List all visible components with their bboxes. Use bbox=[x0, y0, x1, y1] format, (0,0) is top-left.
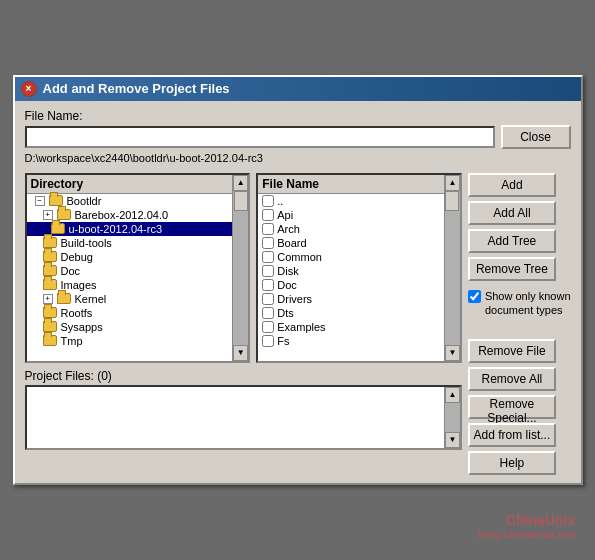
show-only-known-label: Show only knowndocument types bbox=[485, 289, 571, 318]
file-item-arch[interactable]: Arch bbox=[258, 222, 444, 236]
help-button[interactable]: Help bbox=[468, 451, 556, 475]
folder-icon-bootldr bbox=[49, 195, 63, 206]
show-only-known-checkbox[interactable] bbox=[468, 290, 481, 303]
tree-item-rootfs[interactable]: Rootfs bbox=[27, 306, 233, 320]
panels-row: Directory − Bootldr + bbox=[25, 173, 462, 363]
project-files-area[interactable]: ▲ ▼ bbox=[25, 385, 462, 450]
tree-item-kernel[interactable]: + Kernel bbox=[27, 292, 233, 306]
left-panels: Directory − Bootldr + bbox=[25, 173, 462, 456]
title-bar: × Add and Remove Project Files bbox=[15, 77, 581, 101]
remove-file-button[interactable]: Remove File bbox=[468, 339, 556, 363]
tree-item-tmp[interactable]: Tmp bbox=[27, 334, 233, 348]
folder-icon-debug bbox=[43, 251, 57, 262]
remove-all-button[interactable]: Remove All bbox=[468, 367, 556, 391]
directory-panel[interactable]: Directory − Bootldr + bbox=[25, 173, 251, 363]
project-files-header: Project Files: (0) bbox=[25, 369, 462, 383]
project-files-scrollbar[interactable]: ▲ ▼ bbox=[444, 387, 460, 448]
folder-icon-sysapps bbox=[43, 321, 57, 332]
main-window: × Add and Remove Project Files File Name… bbox=[13, 75, 583, 486]
directory-panel-header: Directory bbox=[27, 175, 233, 194]
filename-scroll-down[interactable]: ▼ bbox=[445, 345, 460, 361]
watermark-line1: ChinaUnix bbox=[478, 512, 575, 528]
file-item-examples[interactable]: Examples bbox=[258, 320, 444, 334]
scroll-thumb[interactable] bbox=[234, 191, 248, 211]
filename-panel[interactable]: File Name .. Api Arch Board Common Disk … bbox=[256, 173, 462, 363]
pf-scroll-track bbox=[445, 403, 460, 432]
expand-icon[interactable]: − bbox=[35, 196, 45, 206]
scroll-up-btn[interactable]: ▲ bbox=[233, 175, 248, 191]
filename-scroll-track bbox=[445, 191, 460, 345]
directory-scrollbar[interactable]: ▲ ▼ bbox=[232, 175, 248, 361]
expand-icon-barebox[interactable]: + bbox=[43, 210, 53, 220]
folder-icon-barebox bbox=[57, 209, 71, 220]
folder-icon-buildtools bbox=[43, 237, 57, 248]
file-item-fs[interactable]: Fs bbox=[258, 334, 444, 348]
remove-special-button[interactable]: Remove Special... bbox=[468, 395, 556, 419]
project-files-list bbox=[27, 387, 438, 448]
main-area: Directory − Bootldr + bbox=[25, 173, 571, 476]
filename-scroll-up[interactable]: ▲ bbox=[445, 175, 460, 191]
folder-icon-doc bbox=[43, 265, 57, 276]
file-item-api[interactable]: Api bbox=[258, 208, 444, 222]
folder-icon-tmp bbox=[43, 335, 57, 346]
tree-item-uboot[interactable]: u-boot-2012.04-rc3 bbox=[27, 222, 233, 236]
pf-scroll-down[interactable]: ▼ bbox=[445, 432, 460, 448]
filename-scroll-thumb[interactable] bbox=[445, 191, 459, 211]
file-name-section: File Name: Close D:\workspace\xc2440\boo… bbox=[25, 109, 571, 167]
file-item-dts[interactable]: Dts bbox=[258, 306, 444, 320]
right-buttons: Add Add All Add Tree Remove Tree Show on… bbox=[468, 173, 571, 476]
file-name-label: File Name: bbox=[25, 109, 571, 123]
window-title: Add and Remove Project Files bbox=[43, 81, 230, 96]
scroll-down-btn[interactable]: ▼ bbox=[233, 345, 248, 361]
add-from-list-button[interactable]: Add from list... bbox=[468, 423, 556, 447]
close-window-button[interactable]: × bbox=[21, 81, 37, 97]
file-name-row: File Name: Close D:\workspace\xc2440\boo… bbox=[25, 109, 571, 167]
file-item-common[interactable]: Common bbox=[258, 250, 444, 264]
folder-icon-rootfs bbox=[43, 307, 57, 318]
current-path: D:\workspace\xc2440\bootldr\u-boot-2012.… bbox=[25, 152, 571, 164]
folder-icon-kernel bbox=[57, 293, 71, 304]
file-name-input[interactable] bbox=[25, 126, 495, 148]
filename-scrollbar[interactable]: ▲ ▼ bbox=[444, 175, 460, 361]
watermark-line2: blog.chinaunix.net bbox=[478, 528, 575, 540]
scroll-track bbox=[233, 191, 248, 345]
folder-icon-uboot bbox=[51, 223, 65, 234]
file-item-doc[interactable]: Doc bbox=[258, 278, 444, 292]
add-tree-button[interactable]: Add Tree bbox=[468, 229, 556, 253]
add-all-button[interactable]: Add All bbox=[468, 201, 556, 225]
tree-item-sysapps[interactable]: Sysapps bbox=[27, 320, 233, 334]
file-item-drivers[interactable]: Drivers bbox=[258, 292, 444, 306]
file-item-dotdot[interactable]: .. bbox=[258, 194, 444, 208]
file-item-board[interactable]: Board bbox=[258, 236, 444, 250]
tree-item-buildtools[interactable]: Build-tools bbox=[27, 236, 233, 250]
filename-panel-header: File Name bbox=[258, 175, 444, 194]
watermark: ChinaUnix blog.chinaunix.net bbox=[478, 512, 575, 540]
remove-tree-button[interactable]: Remove Tree bbox=[468, 257, 556, 281]
show-only-known-row: Show only knowndocument types bbox=[468, 289, 571, 318]
pf-scroll-up[interactable]: ▲ bbox=[445, 387, 460, 403]
close-button[interactable]: Close bbox=[501, 125, 571, 149]
folder-icon-images bbox=[43, 279, 57, 290]
add-button[interactable]: Add bbox=[468, 173, 556, 197]
tree-item-doc[interactable]: Doc bbox=[27, 264, 233, 278]
expand-icon-kernel[interactable]: + bbox=[43, 294, 53, 304]
project-files-section: Project Files: (0) ▲ ▼ bbox=[25, 369, 462, 450]
file-item-disk[interactable]: Disk bbox=[258, 264, 444, 278]
tree-item-debug[interactable]: Debug bbox=[27, 250, 233, 264]
